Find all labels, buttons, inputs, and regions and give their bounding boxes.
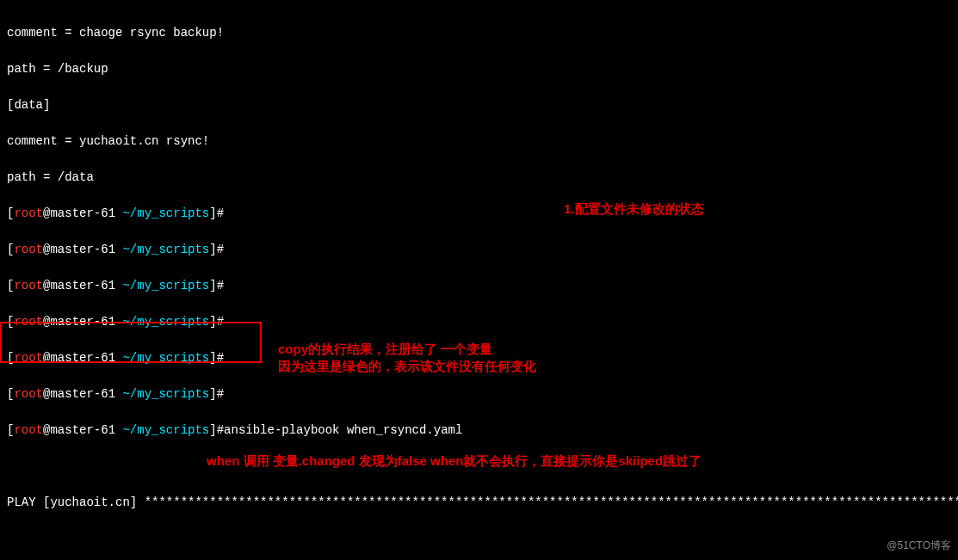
cwd: ~/my_scripts	[122, 423, 209, 437]
hash: #	[217, 387, 224, 401]
bracket: ]	[209, 423, 216, 437]
cwd: ~/my_scripts	[122, 243, 209, 256]
prompt-line: [root@master-61 ~/my_scripts]#	[7, 385, 951, 403]
prompt-line: [root@master-61 ~/my_scripts]#	[7, 241, 951, 259]
annotation-title: 1.配置文件未修改的状态	[564, 200, 704, 218]
blank-line	[7, 530, 951, 548]
user: root	[14, 423, 43, 437]
play-label: PLAY [yuchaoit.cn]	[7, 495, 145, 509]
annotation-copy-2: 因为这里是绿色的，表示该文件没有任何变化	[278, 357, 536, 375]
command-text: ansible-playbook when_rsyncd.yaml	[224, 423, 462, 437]
terminal[interactable]: comment = chaoge rsync backup! path = /b…	[0, 0, 958, 560]
prompt-line-cmd: [root@master-61 ~/my_scripts]#ansible-pl…	[7, 422, 951, 440]
hash: #	[217, 423, 224, 437]
bracket: ]	[209, 279, 216, 292]
host: master-61	[50, 423, 115, 437]
prompt-line: [root@master-61 ~/my_scripts]#	[7, 205, 951, 223]
host: master-61	[50, 206, 115, 220]
config-line: path = /data	[7, 169, 951, 187]
hash: #	[217, 279, 224, 292]
config-line: path = /backup	[7, 60, 951, 78]
config-line: [data]	[7, 96, 951, 114]
bracket: ]	[209, 243, 216, 256]
user: root	[14, 206, 43, 220]
annotation-copy-1: copy的执行结果，注册给了 一个变量	[278, 340, 492, 358]
config-line: comment = yuchaoit.cn rsync!	[7, 132, 951, 151]
cwd: ~/my_scripts	[122, 279, 209, 292]
cwd: ~/my_scripts	[122, 387, 209, 401]
host: master-61	[50, 243, 115, 256]
annotation-box	[0, 322, 262, 363]
config-line: comment = chaoge rsync backup!	[7, 24, 951, 42]
host: master-61	[50, 279, 115, 292]
user: root	[14, 243, 43, 256]
cwd: ~/my_scripts	[122, 206, 209, 220]
watermark: @51CTO博客	[887, 537, 951, 555]
play-header: PLAY [yuchaoit.cn] *********************…	[7, 494, 951, 512]
user: root	[14, 279, 43, 292]
host: master-61	[50, 387, 115, 401]
annotation-when: when 调用 变量.changed 发现为false when就不会执行，直接…	[207, 452, 702, 470]
user: root	[14, 387, 43, 401]
bracket: ]	[209, 206, 216, 220]
hash: #	[217, 206, 224, 220]
stars: ****************************************…	[145, 495, 958, 509]
bracket: ]	[209, 387, 216, 401]
hash: #	[217, 243, 224, 256]
prompt-line: [root@master-61 ~/my_scripts]#	[7, 277, 951, 295]
